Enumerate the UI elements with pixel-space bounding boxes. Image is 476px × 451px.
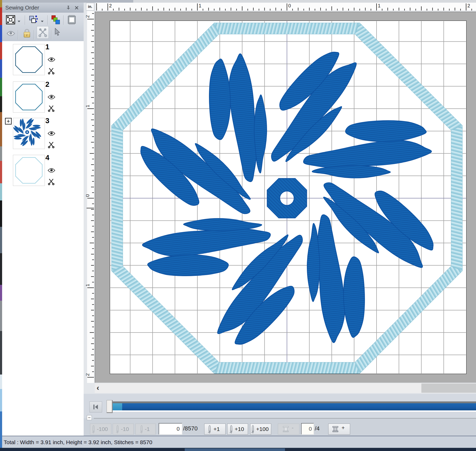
svg-text:1: 1 [378,3,380,8]
svg-text:2: 2 [109,3,112,8]
svg-text:0: 0 [288,3,291,8]
svg-text:2: 2 [468,3,470,8]
svg-text:1: 1 [86,105,90,107]
svg-text:r: r [26,33,28,37]
svg-text:1: 1 [199,3,201,8]
svg-text:2: 2 [86,373,90,376]
svg-text:2: 2 [86,15,90,18]
svg-text:1: 1 [86,284,90,286]
svg-text:0: 0 [86,194,90,197]
